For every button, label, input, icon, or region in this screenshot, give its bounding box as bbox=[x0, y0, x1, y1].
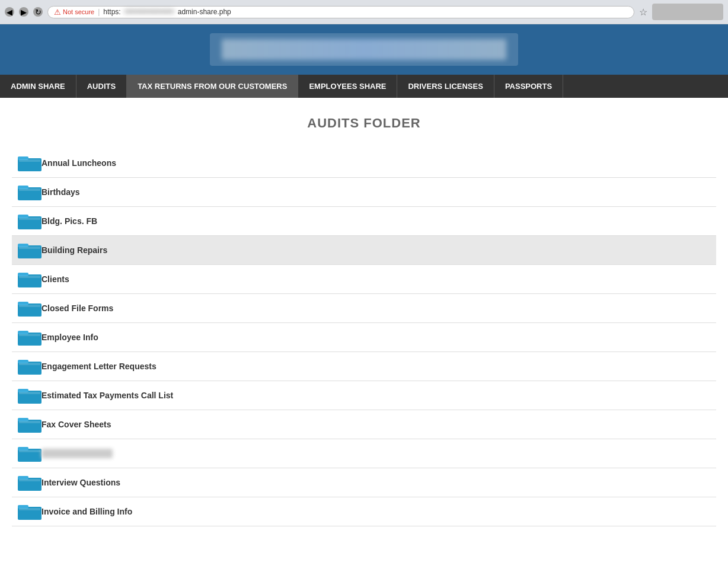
list-item[interactable] bbox=[12, 439, 716, 468]
svg-rect-2 bbox=[19, 159, 40, 162]
svg-rect-8 bbox=[19, 218, 40, 220]
list-item[interactable]: Bldg. Pics. FB bbox=[12, 207, 716, 236]
folder-icon bbox=[18, 473, 41, 492]
forward-button[interactable]: ▶ bbox=[19, 7, 28, 17]
separator: | bbox=[98, 8, 100, 16]
folder-icon bbox=[18, 386, 41, 405]
folder-icon bbox=[18, 212, 41, 231]
nav-item-employees-share[interactable]: EMPLOYEES SHARE bbox=[298, 75, 397, 98]
list-item[interactable]: Invoice and Billing Info bbox=[12, 497, 716, 526]
list-item[interactable]: Annual Luncheons bbox=[12, 149, 716, 178]
list-item[interactable]: Estimated Tax Payments Call List bbox=[12, 381, 716, 410]
svg-rect-5 bbox=[19, 188, 40, 191]
back-button[interactable]: ◀ bbox=[5, 7, 14, 17]
folder-name: Fax Cover Sheets bbox=[41, 420, 111, 429]
folder-icon bbox=[18, 415, 41, 434]
folder-list: Annual LuncheonsBirthdaysBldg. Pics. FBB… bbox=[12, 149, 716, 526]
folder-icon bbox=[18, 241, 41, 260]
site-logo bbox=[210, 33, 518, 66]
svg-rect-23 bbox=[19, 363, 40, 365]
logo-image-blurred bbox=[222, 39, 506, 60]
folder-name: Estimated Tax Payments Call List bbox=[41, 391, 173, 400]
folder-icon bbox=[18, 357, 41, 376]
svg-rect-26 bbox=[19, 392, 40, 394]
svg-rect-35 bbox=[19, 479, 40, 481]
list-item[interactable]: Birthdays bbox=[12, 178, 716, 207]
main-nav: ADMIN SHARE AUDITS TAX RETURNS FROM OUR … bbox=[0, 75, 728, 98]
bookmark-button[interactable]: ☆ bbox=[639, 7, 647, 18]
folder-icon bbox=[18, 183, 41, 202]
list-item[interactable]: Interview Questions bbox=[12, 468, 716, 497]
folder-name: Birthdays bbox=[41, 187, 80, 197]
profile-area bbox=[652, 4, 723, 20]
list-item[interactable]: Engagement Letter Requests bbox=[12, 352, 716, 381]
list-item[interactable]: Building Repairs bbox=[12, 236, 716, 265]
nav-item-admin-share[interactable]: ADMIN SHARE bbox=[0, 75, 76, 98]
site-header bbox=[0, 24, 728, 75]
folder-icon bbox=[18, 328, 41, 347]
list-item[interactable]: Employee Info bbox=[12, 323, 716, 352]
svg-rect-38 bbox=[19, 508, 40, 510]
nav-item-drivers-licenses[interactable]: DRIVERS LICENSES bbox=[397, 75, 494, 98]
svg-rect-32 bbox=[19, 450, 40, 452]
nav-item-tax-returns[interactable]: TAX RETURNS FROM OUR CUSTOMERS bbox=[127, 75, 298, 98]
address-bar[interactable]: ⚠ Not secure | https: ••••••••••••••••••… bbox=[47, 6, 634, 18]
folder-name: Engagement Letter Requests bbox=[41, 362, 157, 371]
folder-name: Bldg. Pics. FB bbox=[41, 216, 97, 226]
folder-name: Closed File Forms bbox=[41, 303, 113, 313]
list-item[interactable]: Fax Cover Sheets bbox=[12, 410, 716, 439]
folder-name: Interview Questions bbox=[41, 478, 120, 487]
folder-name: Annual Luncheons bbox=[41, 158, 116, 168]
folder-name: Building Repairs bbox=[41, 245, 107, 255]
folder-icon bbox=[18, 299, 41, 318]
folder-name: Clients bbox=[41, 274, 69, 284]
not-secure-label: Not secure bbox=[63, 8, 94, 15]
list-item[interactable]: Clients bbox=[12, 265, 716, 294]
folder-icon bbox=[18, 154, 41, 172]
page-title: AUDITS FOLDER bbox=[12, 116, 716, 131]
svg-rect-20 bbox=[19, 334, 40, 336]
svg-rect-29 bbox=[19, 421, 40, 423]
svg-rect-17 bbox=[19, 305, 40, 307]
warning-icon: ⚠ bbox=[54, 8, 61, 17]
folder-name-blurred bbox=[41, 449, 113, 458]
svg-rect-14 bbox=[19, 276, 40, 278]
folder-icon bbox=[18, 444, 41, 463]
url-path: admin-share.php bbox=[178, 8, 231, 16]
not-secure-indicator: ⚠ Not secure bbox=[54, 8, 94, 17]
nav-item-audits[interactable]: AUDITS bbox=[76, 75, 127, 98]
browser-chrome: ◀ ▶ ↻ ⚠ Not secure | https: ••••••••••••… bbox=[0, 0, 728, 24]
folder-name: Invoice and Billing Info bbox=[41, 507, 132, 516]
folder-icon bbox=[18, 270, 41, 289]
url-domain-blurred: •••••••••••••••••••• bbox=[124, 8, 174, 16]
url-prefix: https: bbox=[103, 8, 120, 16]
nav-item-passports[interactable]: PASSPORTS bbox=[494, 75, 563, 98]
svg-rect-11 bbox=[19, 247, 40, 249]
page-wrapper: ADMIN SHARE AUDITS TAX RETURNS FROM OUR … bbox=[0, 24, 728, 572]
list-item[interactable]: Closed File Forms bbox=[12, 294, 716, 323]
folder-icon bbox=[18, 502, 41, 521]
folder-name: Employee Info bbox=[41, 333, 98, 342]
main-content: AUDITS FOLDER Annual LuncheonsBirthdaysB… bbox=[0, 98, 728, 544]
reload-button[interactable]: ↻ bbox=[33, 7, 43, 17]
